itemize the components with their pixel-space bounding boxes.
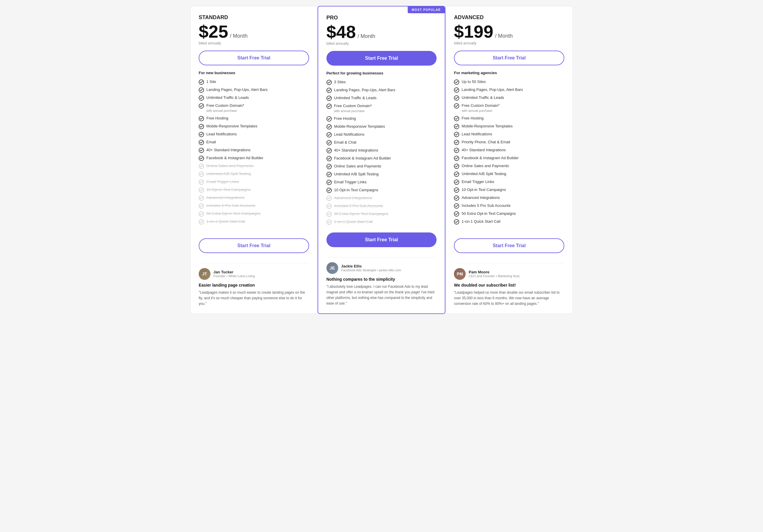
feature-text: Email & Chat <box>334 140 357 145</box>
feature-item: 1-on-1 Quick Start Call <box>326 219 437 225</box>
feature-item: Landing Pages, Pop-Ups, Alert Bars <box>454 87 564 93</box>
plan-period-standard: / Month <box>230 33 248 39</box>
cta-bottom-standard[interactable]: Start Free Trial <box>199 238 309 253</box>
feature-text: Unlimited A/B Split Testing <box>334 172 379 177</box>
feature-item: 50 Extra Opt-in Text Campaigns <box>454 211 564 217</box>
feature-sub: with annual purchase <box>206 109 244 113</box>
feature-text: Facebook & Instagram Ad Builder <box>334 156 391 161</box>
check-icon <box>326 104 332 109</box>
check-icon <box>326 148 332 153</box>
feature-text: Mobile-Responsive Templates <box>206 124 257 129</box>
feature-text: Unlimited A/B Split Testing <box>462 171 506 177</box>
testimonial-info-pro: Jackie Ellis Facebook Ads Strategist • j… <box>341 264 401 272</box>
plan-price-pro: $48 <box>326 23 356 41</box>
cta-top-pro[interactable]: Start Free Trial <box>326 51 437 66</box>
feature-item: Includes 5 Pro Sub Accounts <box>326 203 437 209</box>
feature-text: Free Custom Domain* with annual purchase <box>334 103 372 114</box>
feature-text: Priority Phone, Chat & Email <box>462 139 510 145</box>
feature-item: 10 Opt-in Text Campaigns <box>199 187 309 193</box>
check-icon <box>454 95 459 101</box>
plan-price-standard: $25 <box>199 23 228 41</box>
feature-item: 1-on-1 Quick Start Call <box>454 219 564 224</box>
feature-text: Landing Pages, Pop-Ups, Alert Bars <box>206 87 268 92</box>
cta-bottom-pro[interactable]: Start Free Trial <box>326 232 437 247</box>
check-icon <box>199 116 204 121</box>
feature-item: Free Hosting <box>454 116 564 121</box>
feature-item: Lead Notifications <box>199 132 309 137</box>
feature-item: Unlimited A/B Split Testing <box>326 172 437 177</box>
feature-text: Online Sales and Payments <box>206 163 254 169</box>
check-icon <box>326 164 332 169</box>
check-icon <box>199 132 204 137</box>
testimonial-quote-pro: "I absolutely love Leadpages. I can run … <box>326 284 437 307</box>
check-icon <box>199 195 204 201</box>
testimonial-info-standard: Jan Tucker Founder • White Lotus Living <box>213 270 255 278</box>
testimonial-headline-standard: Easier landing page creation <box>199 283 309 288</box>
plan-tagline-pro: Perfect for growing businesses <box>326 71 437 75</box>
plan-tagline-standard: For new businesses <box>199 71 309 75</box>
feature-item: Advanced Integrations <box>454 195 564 201</box>
feature-item: Lead Notifications <box>326 132 437 137</box>
feature-text: 50 Extra Opt-in Text Campaigns <box>462 211 516 216</box>
feature-item: Unlimited A/B Split Testing <box>199 171 309 177</box>
plan-price-row-pro: $48 / Month <box>326 23 437 41</box>
feature-item: Email Trigger Links <box>326 179 437 185</box>
cta-bottom-advanced[interactable]: Start Free Trial <box>454 238 564 253</box>
feature-text: Free Custom Domain* with annual purchase <box>462 103 499 113</box>
testimonial-section-standard: JT Jan Tucker Founder • White Lotus Livi… <box>199 268 309 280</box>
avatar-standard: JT <box>199 268 210 280</box>
feature-item: Free Custom Domain* with annual purchase <box>199 103 309 113</box>
check-icon <box>199 148 204 153</box>
feature-text: Advanced Integrations <box>206 195 244 200</box>
feature-text: Unlimited A/B Split Testing <box>206 171 251 177</box>
check-icon <box>199 219 204 224</box>
cta-top-advanced[interactable]: Start Free Trial <box>454 50 564 65</box>
cta-top-standard[interactable]: Start Free Trial <box>199 50 309 65</box>
check-icon <box>326 88 332 93</box>
feature-text: 10 Opt-in Text Campaigns <box>334 187 378 193</box>
check-icon <box>326 220 332 225</box>
check-icon <box>199 203 204 209</box>
feature-item: 50 Extra Opt-in Text Campaigns <box>326 211 437 217</box>
plan-period-advanced: / Month <box>495 33 513 39</box>
feature-text: 1-on-1 Quick Start Call <box>206 219 245 224</box>
most-popular-badge: MOST POPULAR <box>408 6 445 13</box>
check-icon <box>199 179 204 185</box>
check-icon <box>326 80 332 85</box>
feature-item: Up to 50 Sites <box>454 79 564 85</box>
check-icon <box>326 156 332 161</box>
feature-sub: with annual purchase <box>334 109 372 113</box>
feature-item: Unlimited A/B Split Testing <box>454 171 564 177</box>
check-icon <box>454 156 459 161</box>
check-icon <box>326 132 332 137</box>
check-icon <box>326 96 332 101</box>
plan-billing-advanced: billed annually <box>454 41 564 45</box>
features-list-standard: 1 Site Landing Pages, Pop-Ups, Alert Bar… <box>199 79 309 233</box>
feature-text: Includes 5 Pro Sub Accounts <box>206 203 255 208</box>
feature-item: Facebook & Instagram Ad Builder <box>199 155 309 161</box>
plan-price-row-standard: $25 / Month <box>199 23 309 41</box>
feature-item: Landing Pages, Pop-Ups, Alert Bars <box>326 87 437 93</box>
feature-text: Mobile-Responsive Templates <box>462 124 512 129</box>
feature-item: 1-on-1 Quick Start Call <box>199 219 309 224</box>
feature-text: 1-on-1 Quick Start Call <box>334 219 373 224</box>
feature-item: 40+ Standard Integrations <box>199 147 309 153</box>
avatar-advanced: PM <box>454 268 466 280</box>
feature-item: Email & Chat <box>326 140 437 145</box>
feature-item: Free Hosting <box>199 116 309 121</box>
testimonial-name-pro: Jackie Ellis <box>341 264 401 268</box>
feature-item: Advanced Integrations <box>326 195 437 201</box>
check-icon <box>199 140 204 145</box>
plan-tagline-advanced: For marketing agencies <box>454 71 564 75</box>
check-icon <box>454 124 459 129</box>
check-icon <box>454 172 459 177</box>
feature-text: Includes 5 Pro Sub Accounts <box>334 203 383 209</box>
feature-text: Advanced Integrations <box>462 195 499 200</box>
divider-advanced <box>454 263 564 263</box>
feature-item: Lead Notifications <box>454 132 564 137</box>
plan-name-pro: PRO <box>326 15 437 21</box>
feature-text: 1 Site <box>206 79 216 84</box>
feature-item: Facebook & Instagram Ad Builder <box>326 156 437 161</box>
feature-item: Online Sales and Payments <box>454 163 564 169</box>
check-icon <box>454 211 459 217</box>
